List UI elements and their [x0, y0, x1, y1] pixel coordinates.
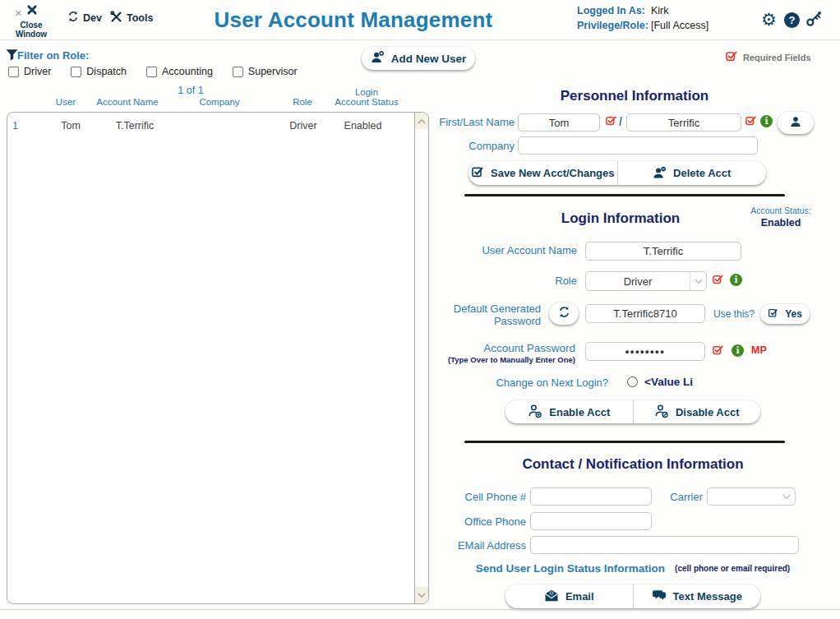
scroll-up-button[interactable]: [415, 113, 428, 129]
account-status-label: Account Status:: [736, 206, 826, 215]
email-address-field[interactable]: [530, 536, 799, 554]
user-list: 1 Tom T.Terrific Driver Enabled: [7, 112, 429, 604]
filter-checkbox-accounting[interactable]: Accounting: [146, 66, 213, 77]
account-password-field[interactable]: [585, 342, 705, 361]
enable-acct-label: Enable Acct: [549, 406, 610, 418]
settings-gear-icon[interactable]: ⚙: [761, 12, 777, 28]
delete-acct-button[interactable]: Delete Acct: [617, 161, 767, 185]
person-enable-icon: [528, 404, 542, 421]
default-generated-password-field[interactable]: [585, 304, 705, 323]
carrier-label: Carrier: [633, 491, 703, 503]
text-message-button[interactable]: Text Message: [633, 584, 761, 608]
status-header-line1: Login: [355, 87, 378, 97]
filter-label-supervisor: Supervisor: [248, 66, 298, 77]
text-message-button-label: Text Message: [673, 590, 742, 603]
filter-checkbox-supervisor[interactable]: Supervisor: [233, 66, 298, 77]
user-account-name-field[interactable]: [585, 242, 741, 261]
role-dropdown[interactable]: Driver: [585, 271, 707, 291]
close-x-icon: [26, 4, 38, 19]
send-login-status-row: Send User Login Status Information (cell…: [456, 562, 810, 575]
column-header-account-name: Account Name: [86, 97, 168, 107]
role-label: Role: [427, 275, 577, 287]
personnel-information-heading: Personnel Information: [429, 88, 840, 104]
email-button-label: Email: [565, 590, 594, 603]
info-icon[interactable]: i: [732, 344, 744, 357]
filter-checkbox-driver[interactable]: Driver: [8, 66, 51, 77]
checkbox-check-icon: [471, 165, 484, 181]
enable-acct-button[interactable]: Enable Acct: [505, 400, 633, 423]
info-icon[interactable]: i: [730, 274, 742, 286]
use-this-yes-button[interactable]: Yes: [760, 304, 810, 324]
checkbox-icon[interactable]: [8, 67, 19, 77]
info-icon[interactable]: i: [760, 115, 773, 127]
disable-acct-button[interactable]: Disable Acct: [633, 400, 761, 423]
close-x-small-icon: ×: [15, 6, 22, 20]
dev-label: Dev: [83, 12, 102, 24]
send-login-status-label: Send User Login Status Information: [476, 562, 665, 575]
checkbox-check-icon: [768, 307, 778, 321]
row-account-name: T.Terrific: [90, 117, 180, 135]
record-count: 1 of 1: [164, 85, 217, 96]
account-password-note: (Type Over to Manually Enter One): [395, 355, 575, 364]
first-last-name-label: First/Last Name: [427, 116, 515, 128]
filter-label-driver: Driver: [24, 66, 51, 77]
person-profile-button[interactable]: [778, 112, 814, 134]
company-field[interactable]: [518, 136, 758, 155]
required-check-icon: [712, 273, 724, 289]
carrier-dropdown[interactable]: [707, 487, 796, 506]
chevron-down-icon: [690, 272, 706, 290]
save-new-acct-changes-button[interactable]: Save New Acct/Changes: [468, 161, 617, 185]
role-dropdown-value: Driver: [586, 275, 690, 288]
email-button[interactable]: Email: [505, 584, 633, 608]
key-icon[interactable]: [805, 11, 822, 30]
column-header-company: Company: [178, 97, 261, 107]
office-phone-label: Office Phone: [427, 515, 526, 528]
person-disable-icon: [654, 404, 669, 421]
tools-button[interactable]: Tools: [110, 11, 153, 25]
filter-label-accounting: Accounting: [162, 66, 213, 77]
last-name-field[interactable]: [626, 113, 741, 132]
yes-button-label: Yes: [785, 308, 802, 320]
default-password-label-line1: Default Generated: [454, 303, 541, 315]
account-status-block: Account Status: Enabled: [736, 206, 826, 229]
close-window-label: Close Window: [5, 21, 58, 39]
row-status: Enabled: [324, 117, 402, 135]
office-phone-field[interactable]: [530, 512, 652, 530]
change-next-login-radio[interactable]: [627, 376, 638, 387]
envelope-icon: [544, 589, 559, 604]
page-bottom-divider: [0, 609, 840, 610]
cell-phone-label: Cell Phone #: [427, 491, 526, 503]
first-name-field[interactable]: [518, 113, 600, 132]
notification-send-buttons: Email Text Message: [505, 584, 760, 608]
required-fields-label: Required Fields: [743, 53, 811, 62]
privilege-role-value: [Full Access]: [651, 20, 708, 31]
table-row[interactable]: 1 Tom T.Terrific Driver Enabled: [7, 117, 415, 135]
column-header-role: Role: [278, 97, 327, 107]
scroll-down-button[interactable]: [415, 587, 428, 603]
tools-icon: [110, 11, 122, 25]
checkbox-icon[interactable]: [233, 67, 243, 77]
login-information-heading: Login Information: [460, 210, 781, 227]
role-filter-checkboxes: Driver Dispatch Accounting Supervisor: [8, 66, 298, 77]
refresh-icon: [67, 11, 79, 25]
regenerate-password-button[interactable]: [549, 303, 579, 325]
required-check-icon: [725, 49, 738, 66]
default-generated-password-label: Default Generated Password: [427, 303, 541, 327]
filter-on-role-label: Filter on Role:: [17, 49, 89, 62]
row-number: 1: [12, 117, 27, 135]
filter-checkbox-dispatch[interactable]: Dispatch: [71, 66, 127, 77]
add-new-user-button[interactable]: Add New User: [362, 47, 475, 70]
logged-in-as-value: Kirk: [651, 5, 669, 16]
dev-button[interactable]: Dev: [67, 11, 102, 25]
checkbox-icon[interactable]: [71, 67, 81, 77]
chevron-down-icon: [778, 488, 795, 505]
account-enable-disable-buttons: Enable Acct Disable Acct: [505, 400, 760, 423]
refresh-icon: [558, 306, 570, 321]
user-account-management-window: × Close Window Dev Tools User Account Ma…: [0, 0, 840, 619]
email-address-label: EMail Address: [427, 539, 526, 552]
save-button-label: Save New Acct/Changes: [491, 167, 615, 179]
help-icon[interactable]: ?: [784, 12, 800, 28]
checkbox-icon[interactable]: [146, 67, 157, 77]
send-login-status-note: (cell phone or email required): [675, 564, 790, 573]
logged-in-as-label: Logged In As:: [577, 5, 645, 16]
